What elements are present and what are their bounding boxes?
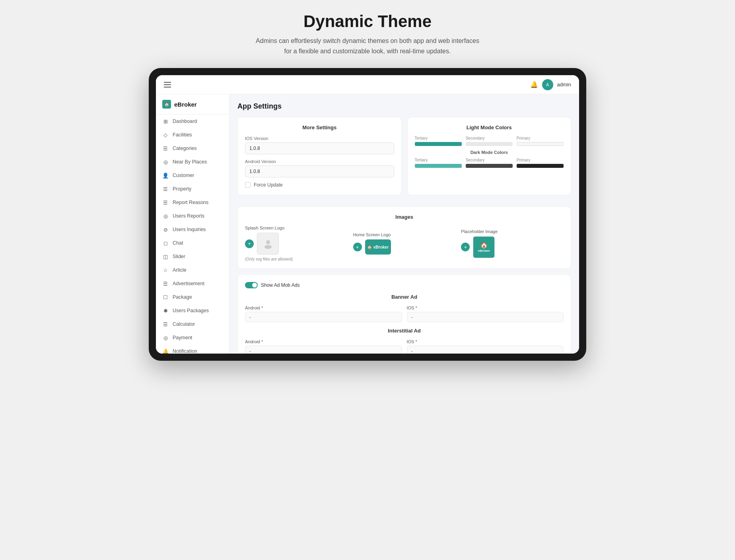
force-update-checkbox[interactable] <box>245 182 251 188</box>
android-version-group: Android Version <box>245 159 394 177</box>
placeholder-logo-text: eBroker <box>478 249 490 253</box>
images-title: Images <box>245 214 564 220</box>
page-header: Dynamic Theme Admins can effortlessly sw… <box>256 12 479 56</box>
light-colors-row: Tertiary Secondary Primary <box>415 136 564 146</box>
sidebar-item-calculator[interactable]: ☰ Calculator <box>156 317 229 331</box>
sidebar-item-chat[interactable]: ◻ Chat <box>156 236 229 250</box>
sidebar-item-payment[interactable]: ◎ Payment <box>156 331 229 344</box>
svg-point-0 <box>266 240 270 244</box>
sidebar-item-users-packages[interactable]: ✱ Users Packages <box>156 304 229 317</box>
sidebar-item-users-reports[interactable]: ◎ Users Reports <box>156 209 229 223</box>
dark-tertiary-label: Tertiary <box>415 158 462 162</box>
brand: 🏠 eBroker <box>156 94 229 115</box>
sidebar-item-slider[interactable]: ◫ Slider <box>156 250 229 263</box>
dark-primary-label: Primary <box>517 158 564 162</box>
light-tertiary-group: Tertiary <box>415 136 462 146</box>
home-upload-group: + 🏠 eBroker <box>353 239 456 255</box>
android-version-input[interactable] <box>245 165 394 177</box>
menu-icon[interactable] <box>164 82 171 88</box>
sidebar-item-near-by-places[interactable]: ◎ Near By Places <box>156 155 229 169</box>
splash-upload-btn[interactable]: + <box>245 239 254 248</box>
force-update-group: Force Update <box>245 182 394 188</box>
sidebar-item-facilities[interactable]: ◇ Facilities <box>156 128 229 142</box>
sidebar-item-categories[interactable]: ☰ Categories <box>156 142 229 155</box>
force-update-label: Force Update <box>254 182 283 188</box>
interstitial-ios-group: IOS * <box>407 339 564 354</box>
dark-tertiary-bar[interactable] <box>415 164 462 168</box>
android-version-label: Android Version <box>245 159 394 164</box>
content-area: App Settings More Settings IOS Version A… <box>229 94 579 354</box>
sidebar-label-users-packages: Users Packages <box>173 308 209 313</box>
home-upload-btn[interactable]: + <box>353 243 362 251</box>
placeholder-upload-group: + 🏠 eBroker <box>461 236 564 258</box>
banner-ad-grid: Android * IOS * <box>245 305 564 322</box>
placeholder-logo-icon: 🏠 <box>480 241 488 249</box>
calculator-icon: ☰ <box>162 321 169 327</box>
svg-note: (Only svg files are allowed) <box>245 257 348 261</box>
subtitle: Admins can effortlessly switch dynamic t… <box>256 36 479 56</box>
dark-primary-bar[interactable] <box>517 164 564 168</box>
splash-preview <box>257 233 279 255</box>
light-primary-group: Primary <box>517 136 564 146</box>
sidebar-label-near-by-places: Near By Places <box>173 159 207 165</box>
main-layout: 🏠 eBroker ⊞ Dashboard ◇ Facilities ☰ Cat… <box>156 94 579 354</box>
sidebar-item-article[interactable]: ☆ Article <box>156 263 229 277</box>
sidebar-item-package[interactable]: ☐ Package <box>156 290 229 304</box>
more-settings-card: More Settings IOS Version Android Versio… <box>237 117 402 195</box>
avatar: A <box>542 79 553 90</box>
notification-icon[interactable]: 🔔 <box>530 81 538 88</box>
light-secondary-bar[interactable] <box>466 142 513 146</box>
users-inquiries-icon: ⊘ <box>162 226 169 233</box>
slider-icon: ◫ <box>162 253 169 260</box>
banner-android-label: Android * <box>245 305 402 310</box>
dark-secondary-bar[interactable] <box>466 164 513 168</box>
sidebar-label-payment: Payment <box>173 335 192 340</box>
sidebar-label-users-inquiries: Users Inquiries <box>173 227 206 232</box>
sidebar-item-users-inquiries[interactable]: ⊘ Users Inquiries <box>156 223 229 236</box>
top-bar-left <box>164 82 171 88</box>
placeholder-upload-btn[interactable]: + <box>461 243 470 251</box>
tablet-frame: 🔔 A admin 🏠 eBroker ⊞ Dashboard ◇ Facili… <box>149 68 586 361</box>
ad-mob-label: Show Ad Mob Ads <box>261 282 299 288</box>
light-primary-bar[interactable] <box>517 142 564 146</box>
sidebar-item-advertisement[interactable]: ☰ Advertisement <box>156 277 229 290</box>
sidebar-label-slider: Slider <box>173 254 185 259</box>
interstitial-android-group: Android * <box>245 339 402 354</box>
sidebar-item-property[interactable]: ☰ Property <box>156 182 229 196</box>
interstitial-ios-label: IOS * <box>407 339 564 344</box>
sidebar-label-notification: Notification <box>173 348 197 354</box>
colors-card: Light Mode Colors Tertiary Secondary <box>407 117 572 195</box>
ad-mob-toggle[interactable] <box>245 282 258 288</box>
interstitial-android-input[interactable] <box>245 346 402 354</box>
sidebar-item-notification[interactable]: 🔔 Notification <box>156 344 229 354</box>
chat-icon: ◻ <box>162 240 169 246</box>
package-icon: ☐ <box>162 294 169 300</box>
sidebar-label-property: Property <box>173 186 191 192</box>
light-mode-title: Light Mode Colors <box>415 124 564 130</box>
near-by-places-icon: ◎ <box>162 159 169 165</box>
dashboard-icon: ⊞ <box>162 118 169 124</box>
brand-name: eBroker <box>174 101 197 108</box>
home-logo-preview: 🏠 eBroker <box>365 239 391 255</box>
light-secondary-label: Secondary <box>466 136 513 140</box>
sidebar-label-article: Article <box>173 267 187 273</box>
customer-icon: 👤 <box>162 172 169 179</box>
sidebar-item-report-reasons[interactable]: ☰ Report Reasons <box>156 196 229 209</box>
light-secondary-group: Secondary <box>466 136 513 146</box>
ad-mob-toggle-group: Show Ad Mob Ads <box>245 282 564 288</box>
advertisement-icon: ☰ <box>162 280 169 287</box>
sidebar-item-dashboard[interactable]: ⊞ Dashboard <box>156 115 229 128</box>
dark-secondary-group: Secondary <box>466 158 513 168</box>
light-tertiary-bar[interactable] <box>415 142 462 146</box>
users-packages-icon: ✱ <box>162 307 169 314</box>
banner-android-input[interactable] <box>245 312 402 322</box>
ios-version-input[interactable] <box>245 142 394 154</box>
banner-ios-input[interactable] <box>407 312 564 322</box>
facilities-icon: ◇ <box>162 132 169 138</box>
sidebar-item-customer[interactable]: 👤 Customer <box>156 169 229 182</box>
dark-secondary-label: Secondary <box>466 158 513 162</box>
placeholder-group: Placeholder Image + 🏠 eBroker <box>461 229 564 258</box>
interstitial-ios-input[interactable] <box>407 346 564 354</box>
sidebar-label-calculator: Calculator <box>173 321 195 327</box>
home-logo-text: eBroker <box>373 245 389 249</box>
